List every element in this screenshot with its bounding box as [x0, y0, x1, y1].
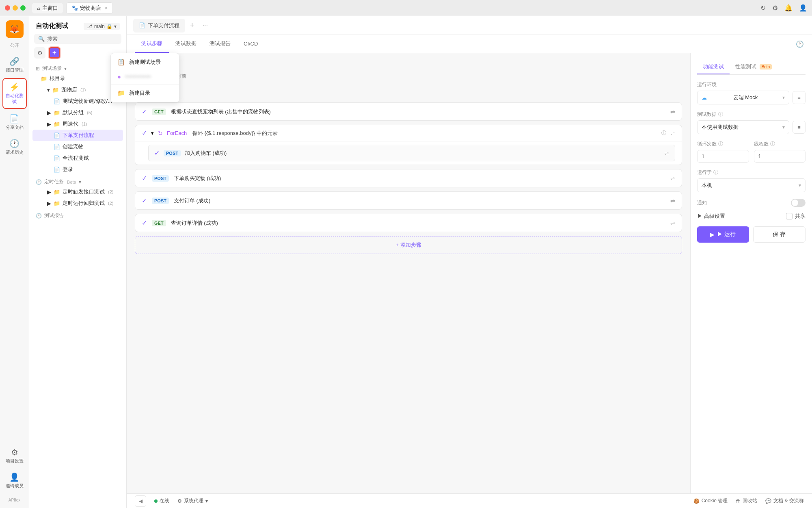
notification-icon[interactable]: 🔔: [784, 4, 793, 12]
step-card-5[interactable]: ✓ GET 查询订单详情 (成功) ⇌: [135, 214, 682, 232]
advanced-label[interactable]: ▶ 高级设置: [697, 213, 725, 220]
status-cookie[interactable]: 🍪 Cookie 管理: [693, 497, 728, 504]
chevron-down-icon: ▾: [79, 179, 81, 185]
nav-item-automation[interactable]: ⚡ 自动化测试: [2, 78, 27, 109]
tab-cicd[interactable]: CI/CD: [237, 36, 264, 52]
sidebar-search[interactable]: 🔍: [34, 34, 121, 44]
tree-item-create-pet[interactable]: 📄 创建宠物: [32, 141, 123, 152]
tree-item-petshop[interactable]: ▾ 📁 宠物店 (1): [32, 84, 123, 96]
flow-panel: 下单支付流程 Testing 创建于 3 个月前 ✓ 已选 6 项: [127, 53, 690, 493]
foreach-caret[interactable]: ▾: [151, 130, 154, 136]
tree-item-scheduled-trigger[interactable]: ▶ 📁 定时触发接口测试 (2): [32, 186, 123, 198]
run-button[interactable]: ▶ ▶ 运行: [697, 226, 749, 243]
run-env-select[interactable]: ☁ 云端 Mock ▾: [697, 91, 789, 104]
pet-tab[interactable]: 🐾 宠物商店 ×: [66, 2, 113, 14]
settings-icon[interactable]: ⚙: [772, 4, 778, 12]
status-docs[interactable]: 💬 文档 & 交流群: [765, 497, 804, 504]
step-check-5[interactable]: ✓: [142, 219, 147, 227]
close-traffic-light[interactable]: [5, 5, 10, 11]
tab-test-steps[interactable]: 测试步骤: [135, 35, 169, 53]
home-tab[interactable]: ⌂ 主窗口: [32, 3, 63, 13]
minimize-traffic-light[interactable]: [13, 5, 18, 11]
foreach-keyword: ForEach: [167, 130, 187, 136]
foreach-actions[interactable]: ⇌: [670, 130, 675, 137]
refresh-icon[interactable]: ↻: [760, 4, 766, 12]
test-data-config-btn[interactable]: ≡: [793, 121, 806, 134]
nav-item-project[interactable]: ⚙ 项目设置: [2, 444, 27, 467]
foreach-icon: ↻: [158, 130, 163, 137]
foreach-check[interactable]: ✓: [142, 129, 147, 137]
proxy-chevron: ▾: [205, 498, 208, 504]
dropdown-new-dir[interactable]: 📁 新建目录: [111, 86, 179, 100]
tree-item-week-iterate[interactable]: ▶ 📁 周迭代 (1): [32, 118, 123, 130]
add-button[interactable]: +: [49, 47, 60, 59]
tree-item-default-group[interactable]: ▶ 📁 默认分组 (5): [32, 107, 123, 118]
tab-add-button[interactable]: +: [187, 20, 198, 31]
step-actions-3[interactable]: ⇌: [670, 175, 675, 182]
test-data-hint: ⓘ: [718, 111, 723, 118]
run-on-select[interactable]: 本机 ▾: [697, 178, 806, 192]
dropdown-new-scene[interactable]: 📋 新建测试场景: [111, 55, 179, 69]
thread-count-input[interactable]: [754, 150, 806, 163]
inner-check-1[interactable]: ✓: [154, 149, 160, 157]
dropdown-blurred-item[interactable]: ● ••••••••••••••: [111, 69, 179, 84]
login-label: 登录: [63, 166, 73, 173]
filter-button[interactable]: ⚙: [34, 47, 45, 59]
step-check-1[interactable]: ✓: [142, 108, 147, 115]
save-button-label: 保 存: [773, 231, 786, 237]
step-card-1[interactable]: ✓ GET 根据状态查找宠物列表 (出售中的宠物列表) ⇌: [135, 102, 682, 121]
sidebar-section-report[interactable]: 🕐 测试报告: [32, 209, 123, 220]
search-input[interactable]: [47, 36, 117, 42]
save-button[interactable]: 保 存: [753, 226, 806, 243]
nav-item-interface[interactable]: 🔗 接口管理: [2, 53, 27, 76]
branch-badge[interactable]: ⎇ main 🔒 ▾: [84, 23, 120, 30]
step-check-4[interactable]: ✓: [142, 197, 147, 204]
tab-more-button[interactable]: ···: [199, 20, 211, 31]
nav-item-history[interactable]: 🕐 请求历史: [2, 135, 27, 158]
tree-item-order-flow[interactable]: 📄 下单支付流程: [32, 130, 123, 141]
run-on-hint: ⓘ: [713, 169, 718, 176]
status-proxy[interactable]: ⚙ 系统代理 ▾: [177, 497, 208, 504]
step-card-4[interactable]: ✓ POST 支付订单 (成功) ⇌: [135, 191, 682, 210]
tree-item-login[interactable]: 📄 登录: [32, 164, 123, 175]
run-env-config-btn[interactable]: ≡: [793, 91, 806, 104]
tree-item-root[interactable]: 📁 根目录: [32, 73, 123, 84]
automation-icon: ⚡: [9, 82, 19, 92]
loop-count-input[interactable]: [697, 150, 749, 163]
inner-actions-1[interactable]: ⇌: [664, 150, 669, 156]
right-tab-performance[interactable]: 性能测试 Beta: [730, 60, 777, 74]
test-data-select[interactable]: 不使用测试数据 ▾: [697, 120, 789, 134]
step-card-3[interactable]: ✓ POST 下单购买宠物 (成功) ⇌: [135, 169, 682, 187]
scene-section-icon: ⊞: [36, 66, 40, 72]
history-icon-btn[interactable]: 🕐: [796, 40, 804, 48]
tree-item-scheduled-return[interactable]: ▶ 📁 定时运行回归测试 (2): [32, 198, 123, 209]
status-recycle[interactable]: 🗑 回收站: [736, 497, 757, 504]
run-env-row: ☁ 云端 Mock ▾ ≡: [697, 91, 806, 104]
collapse-sidebar-btn[interactable]: ◀: [135, 495, 146, 507]
foreach-card[interactable]: ✓ ▾ ↻ ForEach 循环 {{$.1.response.body}} 中…: [135, 125, 682, 165]
step-actions-5[interactable]: ⇌: [670, 220, 675, 226]
step-check-3[interactable]: ✓: [142, 174, 147, 182]
sidebar: 自动化测试 ⎇ main 🔒 ▾ 🔍 ⚙ + 📋 新建测试场景 ● •: [29, 16, 127, 508]
nav-item-docs[interactable]: 📄 分享文档: [2, 111, 27, 134]
sidebar-section-scene[interactable]: ⊞ 测试场景 ▾: [32, 62, 123, 73]
inner-step-1[interactable]: ✓ POST 加入购物车 (成功) ⇌: [148, 145, 675, 161]
tree-item-full-flow[interactable]: 📄 全流程测试: [32, 152, 123, 164]
sidebar-section-scheduled[interactable]: 🕐 定时任务 Beta ▾: [32, 175, 123, 186]
tab-test-report[interactable]: 测试报告: [203, 35, 237, 53]
nav-item-invite[interactable]: 👤 邀请成员: [2, 469, 27, 492]
recycle-label: 回收站: [743, 497, 757, 504]
share-checkbox[interactable]: [786, 213, 793, 219]
step-actions-4[interactable]: ⇌: [670, 198, 675, 204]
proxy-label: 系统代理: [184, 497, 203, 504]
right-tab-functional[interactable]: 功能测试: [697, 60, 730, 74]
tree-item-pet[interactable]: 📄 测试宠物新建/修改/...: [32, 96, 123, 107]
step-actions-1[interactable]: ⇌: [670, 109, 675, 115]
pet-tab-close[interactable]: ×: [105, 5, 108, 11]
add-step-button[interactable]: + 添加步骤: [135, 236, 682, 254]
tab-file[interactable]: 📄 下单支付流程: [133, 19, 185, 33]
notify-toggle[interactable]: [791, 199, 806, 207]
tab-test-data[interactable]: 测试数据: [169, 35, 203, 53]
avatar-icon[interactable]: 👤: [799, 4, 807, 12]
maximize-traffic-light[interactable]: [20, 5, 26, 11]
